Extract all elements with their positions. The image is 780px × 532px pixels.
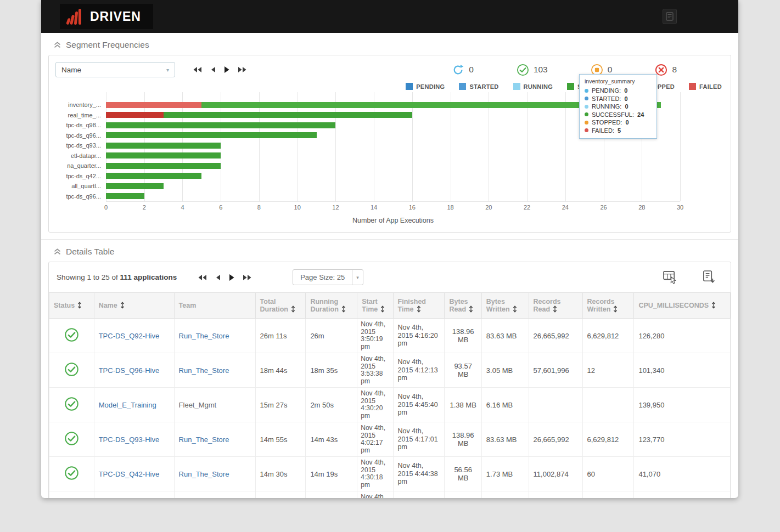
- driven-logo[interactable]: DRIVEN: [60, 4, 153, 29]
- bar-segment-successful[interactable]: [164, 112, 412, 118]
- x-tick-label: 4: [181, 204, 184, 211]
- column-header-bytes-written[interactable]: Bytes Written: [481, 293, 529, 319]
- fast-forward-icon[interactable]: [238, 66, 247, 73]
- team-link[interactable]: Run_The_Store: [179, 435, 229, 444]
- column-header-status[interactable]: Status: [49, 293, 94, 319]
- app-name-link[interactable]: TPC-DS_Q96-Hive: [99, 366, 160, 375]
- bar-segment-failed[interactable]: [106, 102, 201, 108]
- fast-forward-icon[interactable]: [243, 274, 252, 281]
- legend-item-pending[interactable]: PENDING: [406, 83, 445, 90]
- column-header-team[interactable]: Team: [174, 293, 255, 319]
- app-window: DRIVEN Segment Frequencies Name ▾: [41, 0, 738, 498]
- team-cell: Run_The_Store: [174, 319, 255, 353]
- column-header-start-time[interactable]: Start Time: [357, 293, 393, 319]
- previous-page-icon[interactable]: [210, 66, 216, 73]
- chart-bar-row: [106, 191, 680, 202]
- app-name-link[interactable]: Model_E_Training: [99, 401, 156, 409]
- tooltip-row: SUCCESSFUL: 24: [585, 111, 652, 119]
- export-report-icon[interactable]: [702, 270, 716, 285]
- bar-segment-successful[interactable]: [106, 152, 221, 159]
- counter-failed[interactable]: 8: [655, 64, 677, 76]
- total-duration-cell: 14m 30s: [255, 457, 306, 491]
- team-link[interactable]: Run_The_Store: [179, 366, 229, 375]
- refresh-icon: [452, 64, 464, 76]
- collapse-chevron-icon[interactable]: [54, 248, 61, 255]
- legend-item-failed[interactable]: FAILED: [689, 83, 722, 90]
- counter-value: 0: [608, 65, 613, 75]
- column-header-label: Bytes Read: [449, 298, 468, 313]
- rewind-icon[interactable]: [193, 66, 202, 73]
- column-header-label: Running Duration: [310, 298, 338, 313]
- column-header-finished-time[interactable]: Finished Time: [393, 293, 445, 319]
- bar-segment-successful[interactable]: [106, 163, 221, 169]
- chart-category-label: tpc-ds_q98...: [49, 120, 106, 131]
- bar-segment-successful[interactable]: [106, 193, 144, 199]
- column-header-bytes-read[interactable]: Bytes Read: [445, 293, 481, 319]
- bar-segment-failed[interactable]: [106, 112, 164, 118]
- chart-panel: Name ▾ 0: [48, 55, 731, 233]
- top-bar: DRIVEN: [41, 0, 738, 33]
- rewind-icon[interactable]: [198, 274, 207, 281]
- legend-swatch: [689, 83, 696, 90]
- tooltip-row: STARTED: 0: [585, 95, 652, 103]
- bar-segment-successful[interactable]: [106, 173, 201, 179]
- x-tick-label: 22: [524, 204, 530, 211]
- counter-running[interactable]: 0: [452, 64, 474, 76]
- chart-category-label: inventory_...: [49, 100, 106, 110]
- bytes-read-cell: 56.56 MB: [445, 457, 481, 491]
- records-written-cell: [582, 388, 634, 422]
- finished-time-cell: Nov 4th, 2015 4:12:13 pm: [393, 353, 445, 388]
- records-read-cell: [529, 491, 582, 499]
- status-cell: [49, 319, 94, 353]
- x-tick-label: 0: [104, 204, 108, 211]
- table-row: TPC-DS_Q92-HiveRun_The_Store26m 11s26mNo…: [49, 319, 731, 353]
- legend-item-started[interactable]: STARTED: [459, 83, 498, 90]
- details-panel: Showing 1 to 25 of 111 applications Page…: [48, 262, 731, 498]
- legend-item-running[interactable]: RUNNING: [513, 83, 553, 90]
- segment-filter-dropdown[interactable]: Name ▾: [55, 62, 175, 77]
- tooltip-row: FAILED: 5: [585, 127, 652, 135]
- bar-segment-successful[interactable]: [106, 143, 221, 149]
- status-dot: [585, 112, 588, 116]
- column-header-total-duration[interactable]: Total Duration: [255, 293, 306, 319]
- counter-successful[interactable]: 103: [517, 64, 548, 76]
- team-link[interactable]: Fleet_Mgmt: [179, 401, 217, 409]
- start-time-cell: Nov 4th, 2015 4:30:18 pm: [357, 457, 393, 491]
- app-name-link[interactable]: TPC-DS_Q93-Hive: [99, 435, 160, 444]
- bytes-read-cell: 1.38 MB: [445, 388, 481, 422]
- team-link[interactable]: Run_The_Store: [179, 470, 229, 478]
- app-name-link[interactable]: TPC-DS_Q42-Hive: [99, 470, 160, 478]
- team-cell: [174, 491, 255, 499]
- app-name-link[interactable]: TPC-DS_Q92-Hive: [99, 332, 160, 340]
- sort-icon: [341, 305, 346, 313]
- column-header-label: Records Written: [587, 298, 615, 313]
- bytes-read-cell: 138.96 MB: [445, 422, 481, 457]
- tooltip-row: STOPPED: 0: [585, 118, 652, 127]
- export-table-icon[interactable]: [663, 270, 677, 285]
- next-page-icon[interactable]: [224, 66, 229, 73]
- x-tick-label: 20: [485, 204, 492, 211]
- collapse-chevron-icon[interactable]: [54, 42, 61, 48]
- team-cell: Run_The_Store: [174, 457, 255, 491]
- column-header-records-read[interactable]: Records Read: [529, 293, 582, 319]
- bar-segment-successful[interactable]: [106, 122, 335, 128]
- previous-page-icon[interactable]: [215, 274, 221, 281]
- team-link[interactable]: Run_The_Store: [179, 332, 229, 340]
- tooltip-label: PENDING:: [592, 87, 621, 95]
- column-header-running-duration[interactable]: Running Duration: [306, 293, 357, 319]
- bar-segment-successful[interactable]: [106, 183, 164, 189]
- name-cell: Model_E_Training: [94, 388, 174, 422]
- bar-segment-successful[interactable]: [106, 132, 317, 138]
- window-menu-icon[interactable]: [663, 9, 677, 24]
- bytes-read-cell: 93.57 MB: [445, 353, 481, 388]
- column-header-cpu-milliseconds[interactable]: CPU_MILLISECONDS: [634, 293, 731, 319]
- table-row: TPC-DS_Q96-HiveRun_The_Store18m 44s18m 3…: [49, 353, 731, 388]
- next-page-icon[interactable]: [229, 274, 234, 281]
- column-header-records-written[interactable]: Records Written: [582, 293, 634, 319]
- page-size-dropdown[interactable]: Page Size: 25 ▾: [293, 269, 363, 285]
- bytes-written-cell: [481, 491, 529, 499]
- column-header-name[interactable]: Name: [94, 293, 174, 319]
- total-duration-cell: [255, 491, 306, 499]
- bytes-written-cell: 83.63 MB: [481, 422, 529, 457]
- status-dot: [585, 105, 588, 109]
